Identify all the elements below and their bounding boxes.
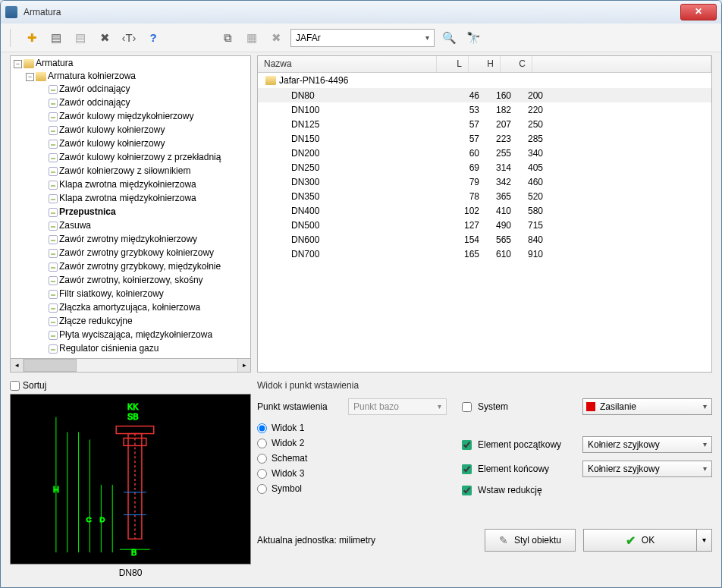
search-icon[interactable]: 🔍 (439, 28, 459, 48)
cell-h: 255 (485, 148, 517, 159)
cell-name: DN600 (258, 234, 454, 245)
item-icon (49, 276, 58, 285)
tree-item[interactable]: Zawór kulowy kołnierzowy (59, 124, 165, 135)
sort-checkbox[interactable]: Sortuj (10, 380, 251, 391)
tools-icon[interactable]: ✖ (95, 28, 115, 48)
elem-end-select[interactable]: Kołnierz szyjkowy (582, 461, 712, 477)
ok-button[interactable]: ✔ OK (583, 529, 697, 552)
elem-start-checkbox[interactable] (462, 440, 472, 450)
tree-root-label[interactable]: Armatura (36, 58, 73, 68)
tree-item[interactable]: Zawór odcinający (59, 83, 130, 94)
cell-c: 250 (517, 119, 549, 130)
view-radio[interactable]: Widok 2 (257, 438, 447, 448)
style-icon: ✎ (499, 534, 508, 546)
list2-icon: ▤ (71, 28, 90, 48)
item-icon (49, 126, 58, 135)
reduction-checkbox[interactable] (462, 486, 472, 495)
item-icon (49, 99, 58, 108)
object-style-button[interactable]: ✎ Styl obiektu (485, 529, 576, 552)
cell-l: 154 (454, 234, 485, 245)
table-row[interactable]: DN8046160200 (258, 88, 711, 102)
tree-item[interactable]: Zawór kołnierzowy z siłownikiem (59, 165, 190, 176)
cell-name: DN200 (258, 148, 454, 159)
cell-c: 715 (517, 220, 549, 231)
binoculars-icon[interactable]: 🔭 (463, 28, 483, 48)
table-row[interactable]: DN25069314405 (258, 160, 711, 175)
table-row[interactable]: DN10053182220 (258, 102, 711, 117)
tree-group-label[interactable]: Armatura kołnierzowa (48, 71, 136, 81)
tree-item[interactable]: Zawór odcinający (59, 97, 130, 108)
ok-dropdown[interactable]: ▾ (697, 529, 712, 552)
help-icon[interactable]: ? (143, 28, 163, 48)
tree-item[interactable]: Zawór kulowy kołnierzowy z przekładnią (59, 152, 221, 162)
preview-caption: DN80 (10, 564, 251, 578)
table-row[interactable]: DN35078365520 (258, 189, 711, 203)
grid-header[interactable]: Nazwa L H C (258, 56, 711, 73)
tree-h-scrollbar[interactable]: ◂ ▸ (10, 359, 251, 373)
insert-point-label: Punkt wstawienia (257, 401, 341, 412)
text-tool-icon[interactable]: ‹T› (119, 28, 139, 48)
supply-select[interactable]: Zasilanie (582, 398, 712, 415)
table-row[interactable]: DN500127490715 (258, 218, 711, 232)
view-radio[interactable]: Symbol (257, 483, 447, 494)
col-name[interactable]: Nazwa (258, 56, 437, 72)
manufacturer-combo[interactable]: JAFAr (290, 29, 435, 47)
system-checkbox[interactable] (462, 402, 472, 412)
tree-item[interactable]: Zasuwa (59, 220, 91, 231)
tree-item[interactable]: Zawór zwrotny grzybkowy, międzykołnie (59, 261, 221, 272)
scroll-left-arrow[interactable]: ◂ (11, 359, 24, 372)
tree-item[interactable]: Płyta wyciszająca, międzykołnierzowa (59, 329, 212, 340)
view-radio[interactable]: Widok 1 (257, 423, 447, 433)
tree-panel: −Armatura−Armatura kołnierzowaZawór odci… (10, 55, 251, 373)
grid-group-row[interactable]: Jafar-PN16-4496 (258, 73, 711, 88)
cell-name: DN300 (258, 177, 454, 187)
tree-item[interactable]: Klapa zwrotna międzykołnierzowa (59, 179, 196, 190)
add-icon[interactable]: ✚ (22, 28, 42, 48)
view-radio[interactable]: Schemat (257, 453, 447, 464)
close-button[interactable]: ✕ (680, 4, 717, 20)
view-radio[interactable]: Widok 3 (257, 468, 447, 479)
item-icon (49, 235, 58, 244)
tree-toggle[interactable]: − (26, 73, 34, 81)
table-row[interactable]: DN20060255340 (258, 146, 711, 160)
cell-h: 160 (485, 90, 517, 101)
folder-icon (36, 72, 46, 81)
tree-item[interactable]: Przepustnica (59, 206, 116, 217)
tree-item[interactable]: Złącze redukcyjne (59, 316, 133, 326)
table-row[interactable]: DN700165610910 (258, 247, 711, 261)
table-row[interactable]: DN30079342460 (258, 175, 711, 189)
tree-item[interactable]: Zawór kulowy międzykołnierzowy (59, 111, 193, 121)
tree-item[interactable]: Zawór zwrotny grzybkowy kołnierzowy (59, 247, 214, 258)
cell-name: DN400 (258, 206, 454, 216)
table-row[interactable]: DN15057223285 (258, 131, 711, 146)
cell-h: 565 (485, 234, 517, 245)
elem-end-checkbox[interactable] (462, 464, 472, 474)
table-row[interactable]: DN12557207250 (258, 117, 711, 131)
tree-item[interactable]: Zawór kulowy kołnierzowy (59, 138, 165, 149)
col-c[interactable]: C (501, 56, 532, 72)
elem-start-select[interactable]: Kołnierz szyjkowy (582, 436, 712, 453)
table-row[interactable]: DN600154565840 (258, 232, 711, 247)
cell-h: 410 (485, 206, 517, 216)
list-icon[interactable]: ▤ (46, 28, 66, 48)
tree-toggle[interactable]: − (14, 60, 22, 68)
scroll-right-arrow[interactable]: ▸ (237, 359, 250, 372)
cell-h: 207 (485, 119, 517, 130)
tree-item[interactable]: Klapa zwrotna międzykołnierzowa (59, 193, 196, 203)
grid-body: Jafar-PN16-4496DN8046160200DN10053182220… (258, 73, 711, 261)
delete-icon: ✖ (266, 28, 286, 48)
tree-item[interactable]: Zawór zwrotny, kołnierzowy, skośny (59, 275, 203, 285)
cell-l: 165 (454, 249, 485, 259)
tree-item[interactable]: Filtr siatkowy, kołnierzowy (59, 288, 164, 299)
copy-icon[interactable]: ⧉ (218, 28, 237, 48)
table-row[interactable]: DN400102410580 (258, 203, 711, 218)
tree-item[interactable]: Złączka amortyzująca, kołnierzowa (59, 302, 200, 313)
scroll-thumb[interactable] (24, 359, 77, 372)
elem-end-label: Element końcowy (478, 464, 576, 474)
tree-item[interactable]: Zawór zwrotny międzykołnierzowy (59, 234, 197, 244)
col-h[interactable]: H (469, 56, 501, 72)
category-tree[interactable]: −Armatura−Armatura kołnierzowaZawór odci… (10, 55, 251, 359)
tree-item[interactable]: Regulator ciśnienia gazu (59, 343, 159, 354)
col-l[interactable]: L (437, 56, 469, 72)
cell-l: 69 (454, 162, 485, 173)
